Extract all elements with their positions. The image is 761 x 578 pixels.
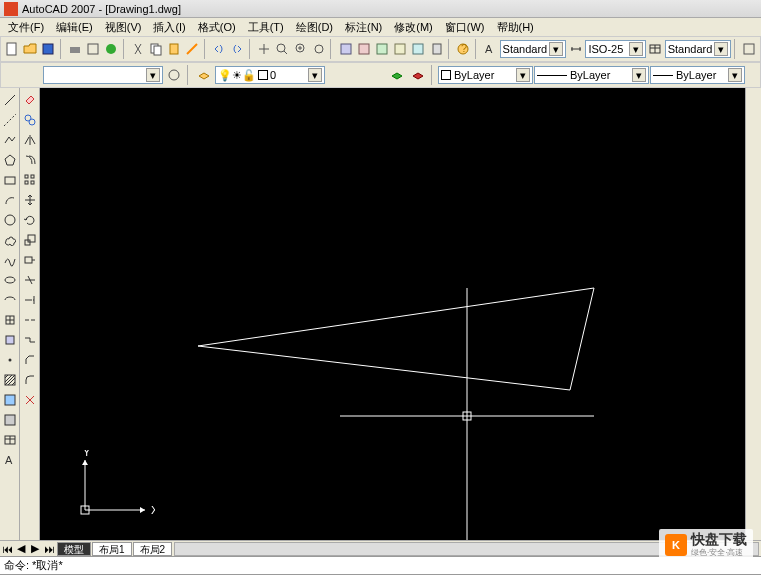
save-button[interactable] — [39, 39, 56, 59]
menu-dim[interactable]: 标注(N) — [339, 19, 388, 36]
tab-model[interactable]: 模型 — [57, 542, 91, 556]
mkup-button[interactable] — [410, 39, 427, 59]
menu-format[interactable]: 格式(O) — [192, 19, 242, 36]
menu-file[interactable]: 文件(F) — [2, 19, 50, 36]
stretch-tool[interactable] — [21, 251, 39, 269]
point-tool[interactable] — [1, 351, 19, 369]
copy-tool[interactable] — [21, 111, 39, 129]
publish-button[interactable] — [103, 39, 120, 59]
tab-layout1[interactable]: 布局1 — [92, 542, 132, 556]
zoom-win-button[interactable] — [292, 39, 309, 59]
tab-prev-button[interactable]: ◀ — [14, 542, 28, 556]
dimstyle-icon[interactable] — [567, 39, 584, 59]
help-button[interactable]: ? — [455, 39, 472, 59]
spline-tool[interactable] — [1, 251, 19, 269]
scale-tool[interactable] — [21, 231, 39, 249]
ssm-button[interactable] — [392, 39, 409, 59]
tab-first-button[interactable]: ⏮ — [0, 542, 14, 556]
tablestyle-icon[interactable] — [647, 39, 664, 59]
line-tool[interactable] — [1, 91, 19, 109]
join-tool[interactable] — [21, 331, 39, 349]
drawing-canvas[interactable]: X Y — [40, 88, 745, 540]
circle-tool[interactable] — [1, 211, 19, 229]
layer-combo[interactable]: 💡 ☀ 🔓 0 ▾ — [215, 66, 325, 84]
block-tool[interactable] — [1, 331, 19, 349]
chevron-down-icon: ▾ — [714, 42, 728, 56]
scrollbar-v[interactable] — [745, 88, 761, 540]
table-tool[interactable] — [1, 431, 19, 449]
print-button[interactable] — [66, 39, 83, 59]
layer-prev-button[interactable] — [387, 65, 407, 85]
copy-button[interactable] — [147, 39, 164, 59]
mirror-tool[interactable] — [21, 131, 39, 149]
pline-tool[interactable] — [1, 131, 19, 149]
zoom-prev-button[interactable] — [310, 39, 327, 59]
mtext-tool[interactable]: A — [1, 451, 19, 469]
tab-next-button[interactable]: ▶ — [28, 542, 42, 556]
chamfer-tool[interactable] — [21, 351, 39, 369]
menu-draw[interactable]: 绘图(D) — [290, 19, 339, 36]
ws-settings-button[interactable] — [164, 65, 184, 85]
ws-combo[interactable]: ▾ — [43, 66, 163, 84]
gradient-tool[interactable] — [1, 391, 19, 409]
menu-help[interactable]: 帮助(H) — [491, 19, 540, 36]
xline-tool[interactable] — [1, 111, 19, 129]
menu-modify[interactable]: 修改(M) — [388, 19, 439, 36]
move-tool[interactable] — [21, 191, 39, 209]
new-button[interactable] — [3, 39, 20, 59]
textstyle-combo[interactable]: Standard▾ — [500, 40, 567, 58]
preview-button[interactable] — [84, 39, 101, 59]
arc-tool[interactable] — [1, 191, 19, 209]
erase-tool[interactable] — [21, 91, 39, 109]
undo-button[interactable] — [211, 39, 228, 59]
ltype-combo[interactable]: ByLayer▾ — [534, 66, 649, 84]
open-button[interactable] — [21, 39, 38, 59]
menu-insert[interactable]: 插入(I) — [147, 19, 191, 36]
cut-button[interactable] — [129, 39, 146, 59]
svg-point-24 — [5, 215, 15, 225]
svg-rect-15 — [413, 44, 423, 54]
tab-layout2[interactable]: 布局2 — [133, 542, 173, 556]
trim-tool[interactable] — [21, 271, 39, 289]
insert-tool[interactable] — [1, 311, 19, 329]
color-combo[interactable]: ByLayer▾ — [438, 66, 533, 84]
zoom-rt-button[interactable] — [274, 39, 291, 59]
ellipse-tool[interactable] — [1, 271, 19, 289]
array-tool[interactable] — [21, 171, 39, 189]
dc-button[interactable] — [355, 39, 372, 59]
rect-tool[interactable] — [1, 171, 19, 189]
textstyle-icon[interactable]: A — [481, 39, 498, 59]
chevron-down-icon: ▾ — [728, 68, 742, 82]
menu-view[interactable]: 视图(V) — [99, 19, 148, 36]
calc-button[interactable] — [428, 39, 445, 59]
lweight-combo[interactable]: ByLayer▾ — [650, 66, 745, 84]
polygon-tool[interactable] — [1, 151, 19, 169]
paste-button[interactable] — [166, 39, 183, 59]
redo-button[interactable] — [229, 39, 246, 59]
explode-tool[interactable] — [21, 391, 39, 409]
pan-button[interactable] — [256, 39, 273, 59]
offset-tool[interactable] — [21, 151, 39, 169]
revcloud-tool[interactable] — [1, 231, 19, 249]
ws-button[interactable] — [741, 39, 758, 59]
layer-props-button[interactable] — [194, 65, 214, 85]
hatch-tool[interactable] — [1, 371, 19, 389]
region-tool[interactable] — [1, 411, 19, 429]
tab-last-button[interactable]: ⏭ — [42, 542, 56, 556]
props-button[interactable] — [337, 39, 354, 59]
command-line[interactable]: 命令: — [0, 574, 761, 578]
layer-iso-button[interactable] — [408, 65, 428, 85]
tp-button[interactable] — [373, 39, 390, 59]
tablestyle-combo[interactable]: Standard▾ — [665, 40, 732, 58]
dimstyle-combo[interactable]: ISO-25▾ — [585, 40, 645, 58]
break-tool[interactable] — [21, 311, 39, 329]
fillet-tool[interactable] — [21, 371, 39, 389]
match-button[interactable] — [184, 39, 201, 59]
menu-window[interactable]: 窗口(W) — [439, 19, 491, 36]
ellipse-arc-tool[interactable] — [1, 291, 19, 309]
svg-rect-37 — [31, 175, 34, 178]
menu-edit[interactable]: 编辑(E) — [50, 19, 99, 36]
menu-tools[interactable]: 工具(T) — [242, 19, 290, 36]
extend-tool[interactable] — [21, 291, 39, 309]
rotate-tool[interactable] — [21, 211, 39, 229]
